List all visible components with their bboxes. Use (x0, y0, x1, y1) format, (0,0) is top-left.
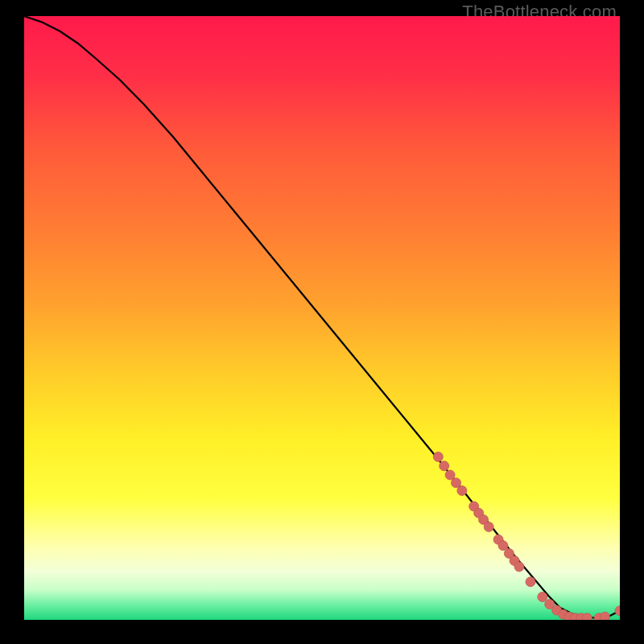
marker-point (601, 612, 610, 620)
marker-point (440, 461, 449, 471)
chart-stage: TheBottleneck.com (0, 0, 644, 644)
plot-area (24, 16, 620, 620)
marker-point (484, 522, 493, 532)
curve-line (24, 16, 620, 618)
marker-point (445, 470, 455, 480)
marker-point (582, 613, 592, 620)
marker-point (615, 606, 620, 616)
marker-point (452, 478, 461, 488)
marker-point (457, 486, 467, 496)
marker-point (433, 452, 443, 462)
marker-point (526, 577, 535, 587)
marker-group (433, 452, 620, 621)
marker-point (538, 592, 547, 602)
chart-overlay (24, 16, 620, 620)
marker-point (498, 541, 508, 551)
marker-point (514, 562, 524, 572)
